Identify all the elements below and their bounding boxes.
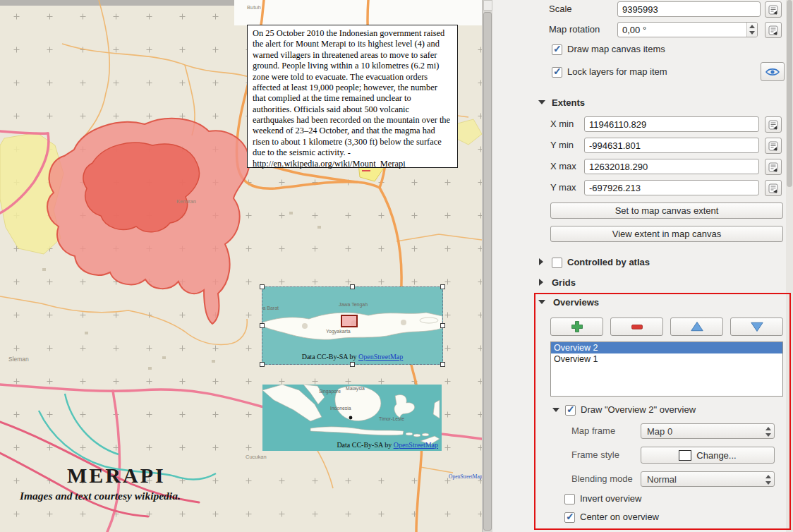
openstreetmap-link[interactable]: OpenStreetMap bbox=[358, 353, 403, 361]
selection-handle[interactable] bbox=[440, 284, 445, 289]
openstreetmap-link[interactable]: OpenStreetMap bbox=[394, 441, 438, 449]
data-defined-override-icon bbox=[768, 162, 778, 172]
up-arrow-icon bbox=[690, 320, 704, 333]
selection-handle[interactable] bbox=[260, 362, 265, 367]
frame-style-label: Frame style bbox=[571, 449, 619, 461]
set-to-map-canvas-extent-button[interactable]: Set to map canvas extent bbox=[550, 202, 783, 219]
overview2-label: Indonesia bbox=[330, 406, 351, 411]
selection-handle[interactable] bbox=[440, 362, 445, 367]
place-label: Sleman bbox=[8, 356, 29, 363]
xmin-data-defined-button[interactable] bbox=[765, 116, 782, 133]
credit-text: Data CC-By-SA by bbox=[337, 441, 393, 449]
selection-handle[interactable] bbox=[440, 323, 445, 328]
data-defined-override-icon bbox=[768, 183, 778, 193]
selection-handle[interactable] bbox=[260, 284, 265, 289]
place-label: Butuh bbox=[247, 4, 261, 11]
blending-mode-value: Normal bbox=[647, 474, 677, 485]
rotation-data-defined-button[interactable] bbox=[765, 22, 782, 38]
grids-collapse-arrow[interactable] bbox=[539, 279, 543, 286]
map-frame-value: Map 0 bbox=[647, 426, 672, 437]
frame-style-change-button[interactable]: Change... bbox=[641, 447, 775, 464]
spinbox-arrows[interactable] bbox=[746, 23, 757, 37]
invert-overview-checkbox[interactable] bbox=[564, 494, 575, 504]
ymax-input[interactable] bbox=[584, 180, 759, 195]
overview-map-2-item[interactable]: Singapore Malaysia Indonesia Timor-Leste… bbox=[262, 385, 442, 451]
map-title[interactable]: MERAPI bbox=[67, 464, 166, 488]
print-composer-canvas[interactable]: Butuh Kemiran Sleman Cucukan On 25 Octob… bbox=[0, 0, 482, 532]
map-rotation-spinbox[interactable] bbox=[617, 22, 758, 37]
overview2-label: Singapore bbox=[319, 389, 341, 394]
blending-mode-combo[interactable]: Normal bbox=[641, 471, 775, 487]
overviews-list[interactable]: Overview 2 Overview 1 bbox=[550, 341, 783, 397]
spin-down-icon bbox=[765, 433, 771, 437]
draw-canvas-items-label: Draw map canvas items bbox=[567, 43, 665, 56]
spin-up-icon bbox=[765, 427, 771, 430]
plus-icon bbox=[570, 320, 584, 334]
minus-icon bbox=[630, 320, 644, 334]
scrollbar-button[interactable] bbox=[483, 0, 492, 11]
center-on-overview-checkbox[interactable] bbox=[564, 512, 575, 523]
draw-canvas-items-checkbox[interactable] bbox=[552, 44, 562, 55]
ymin-data-defined-button[interactable] bbox=[765, 138, 782, 154]
lock-layers-checkbox[interactable] bbox=[552, 67, 562, 78]
xmax-input[interactable] bbox=[584, 159, 759, 174]
overview-list-item[interactable]: Overview 2 bbox=[551, 342, 782, 353]
combo-arrows bbox=[763, 425, 773, 439]
scale-data-defined-button[interactable] bbox=[765, 1, 782, 18]
selection-handle[interactable] bbox=[350, 362, 355, 367]
combo-arrows bbox=[763, 473, 773, 487]
layer-visibility-preset-button[interactable] bbox=[761, 62, 785, 81]
map-frame-label: Map frame bbox=[571, 425, 615, 437]
overview1-label: Yogyakarta bbox=[326, 329, 351, 334]
place-label: Kemiran bbox=[176, 198, 196, 205]
panel-scrollbar[interactable] bbox=[786, 0, 793, 532]
overview2-credit: Data CC-By-SA by OpenStreetMap bbox=[337, 441, 438, 449]
panel-scrollbar-thumb[interactable] bbox=[787, 0, 792, 187]
move-overview-down-button[interactable] bbox=[730, 318, 783, 336]
map-vertical-scrollbar[interactable] bbox=[482, 0, 492, 532]
extents-collapse-arrow[interactable] bbox=[538, 100, 545, 104]
overview1-label: Jawa Barat bbox=[262, 306, 279, 310]
overview1-label: Jawa Tengah bbox=[339, 302, 368, 308]
xmax-data-defined-button[interactable] bbox=[765, 159, 782, 175]
atlas-title: Controlled by atlas bbox=[567, 256, 650, 269]
credit-text: Data CC-By-SA by bbox=[302, 353, 358, 361]
lock-layers-label: Lock layers for map item bbox=[567, 66, 667, 78]
scrollbar-thumb[interactable] bbox=[483, 12, 492, 531]
add-overview-button[interactable] bbox=[550, 318, 603, 336]
spin-down-icon[interactable] bbox=[749, 31, 755, 35]
move-overview-up-button[interactable] bbox=[670, 318, 723, 336]
annotation-text-item[interactable]: On 25 October 2010 the Indonesian govern… bbox=[247, 25, 458, 168]
overview-map-1-item[interactable]: Jawa Barat Jawa Tengah Yogyakarta Data C… bbox=[262, 286, 443, 365]
selection-handle[interactable] bbox=[260, 323, 265, 328]
spin-up-icon[interactable] bbox=[749, 25, 755, 28]
scale-input[interactable] bbox=[617, 1, 761, 17]
invert-overview-label: Invert overview bbox=[580, 492, 641, 505]
map-corner-credit: OpenStreetMap bbox=[449, 473, 482, 480]
map-subtitle[interactable]: Images and text courtesy wikipedia. bbox=[20, 490, 181, 502]
view-extent-in-map-canvas-button[interactable]: View extent in map canvas bbox=[550, 226, 783, 242]
xmin-input[interactable] bbox=[584, 116, 759, 132]
ymax-data-defined-button[interactable] bbox=[765, 180, 782, 196]
atlas-checkbox[interactable] bbox=[552, 258, 562, 268]
blending-mode-label: Blending mode bbox=[571, 473, 633, 485]
draw-overview-collapse-arrow[interactable] bbox=[552, 408, 559, 412]
atlas-collapse-arrow[interactable] bbox=[539, 258, 543, 265]
ymin-input[interactable] bbox=[584, 138, 759, 153]
map-rotation-input[interactable] bbox=[617, 22, 758, 37]
extent-indicator bbox=[341, 315, 357, 327]
selection-handle[interactable] bbox=[350, 284, 355, 289]
draw-overview-checkbox[interactable] bbox=[565, 405, 576, 416]
canvas-edge bbox=[0, 0, 234, 6]
map-frame-combo[interactable]: Map 0 bbox=[641, 423, 775, 439]
overviews-collapse-arrow[interactable] bbox=[538, 300, 545, 304]
change-button-label: Change... bbox=[696, 450, 736, 461]
map-rotation-label: Map rotation bbox=[549, 23, 600, 36]
overview-list-item[interactable]: Overview 1 bbox=[551, 353, 782, 365]
scale-label: Scale bbox=[549, 3, 572, 16]
remove-overview-button[interactable] bbox=[610, 318, 663, 336]
data-defined-override-icon bbox=[768, 25, 778, 35]
page-margin bbox=[234, 0, 482, 25]
overview2-label: Timor-Leste bbox=[379, 416, 404, 421]
spin-down-icon bbox=[765, 481, 771, 485]
